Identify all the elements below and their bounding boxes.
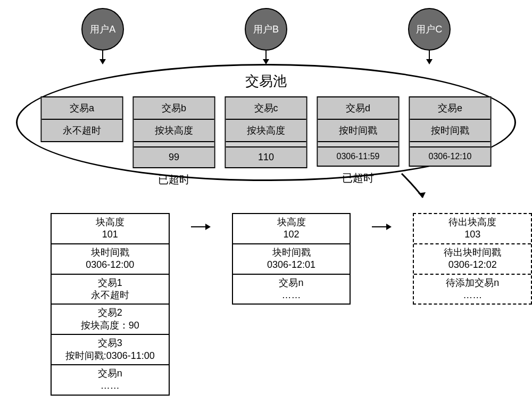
tx-e-gap [410, 142, 491, 147]
tx-b-mode: 按块高度 [134, 120, 214, 142]
b102-height: 块高度 102 [233, 214, 350, 244]
user-c: 用户C [408, 8, 451, 51]
tx-c-mode: 按块高度 [226, 120, 306, 142]
tx-c: 交易c 按块高度 110 [225, 96, 307, 168]
arrow-user-a [99, 50, 106, 64]
tx-b-gap [134, 142, 214, 147]
block-101: 块高度 101 块时间戳 0306-12:00 交易1 永不超时 交易2 按块高… [51, 213, 170, 396]
pool-to-block-arrow [399, 171, 436, 210]
block-103-pending: 待出块高度 103 待出块时间戳 0306-12:02 待添加交易n …… [413, 213, 532, 305]
tx-d: 交易d 按时间戳 0306-11:59 [317, 96, 400, 167]
pool-ellipse: 交易池 交易a 永不超时 交易b 按块高度 99 已超时 交易c 按块高度 [16, 64, 516, 181]
pool-title: 交易池 [245, 72, 287, 91]
tx-d-gap [318, 142, 398, 147]
tx-e: 交易e 按时间戳 0306-12:10 [409, 96, 492, 167]
tx-b-value: 99 [134, 147, 214, 167]
arrow-user-b [263, 50, 269, 64]
tx-b-status: 已超时 [133, 173, 215, 187]
users-row: 用户A 用户B 用户C [0, 0, 532, 51]
tx-c-name: 交易c [226, 97, 306, 120]
b103-height: 待出块高度 103 [414, 214, 531, 244]
user-b-label: 用户B [253, 23, 279, 36]
user-c-label: 用户C [416, 23, 442, 36]
b103-txn: 待添加交易n …… [414, 275, 531, 304]
blockchain-row: 块高度 101 块时间戳 0306-12:00 交易1 永不超时 交易2 按块高… [51, 213, 532, 396]
b103-ts: 待出块时间戳 0306-12:02 [414, 244, 531, 275]
user-b: 用户B [245, 8, 287, 51]
block-102: 块高度 102 块时间戳 0306-12:01 交易n …… [232, 213, 351, 305]
tx-b-wrap: 交易b 按块高度 99 已超时 [133, 96, 215, 187]
b101-tx3: 交易3 按时间戳:0306-11:00 [52, 335, 169, 365]
tx-c-value: 110 [226, 147, 306, 167]
tx-d-value: 0306-11:59 [318, 147, 398, 166]
b101-height: 块高度 101 [52, 214, 169, 244]
user-a-label: 用户A [90, 23, 115, 36]
b101-tx1: 交易1 永不超时 [52, 275, 169, 305]
tx-a-name: 交易a [42, 97, 122, 120]
tx-b: 交易b 按块高度 99 [133, 96, 215, 168]
b102-ts: 块时间戳 0306-12:01 [233, 244, 350, 275]
tx-e-name: 交易e [410, 97, 491, 120]
tx-d-status: 已超时 [317, 171, 400, 185]
tx-a-mode: 永不超时 [42, 120, 122, 141]
tx-d-mode: 按时间戳 [318, 120, 398, 142]
tx-d-name: 交易d [318, 97, 398, 120]
arrow-user-c [426, 50, 433, 64]
tx-d-wrap: 交易d 按时间戳 0306-11:59 已超时 [317, 96, 400, 187]
tx-a: 交易a 永不超时 [41, 96, 123, 142]
transaction-pool: 交易池 交易a 永不超时 交易b 按块高度 99 已超时 交易c 按块高度 [16, 64, 516, 181]
b101-txn: 交易n …… [52, 365, 169, 395]
user-a: 用户A [81, 8, 124, 51]
tx-b-name: 交易b [134, 97, 214, 120]
tx-e-mode: 按时间戳 [410, 120, 491, 142]
b102-txn: 交易n …… [233, 275, 350, 304]
b101-tx2: 交易2 按块高度：90 [52, 305, 169, 335]
b101-ts: 块时间戳 0306-12:00 [52, 244, 169, 275]
tx-e-value: 0306-12:10 [410, 147, 491, 166]
tx-c-gap [226, 142, 306, 147]
